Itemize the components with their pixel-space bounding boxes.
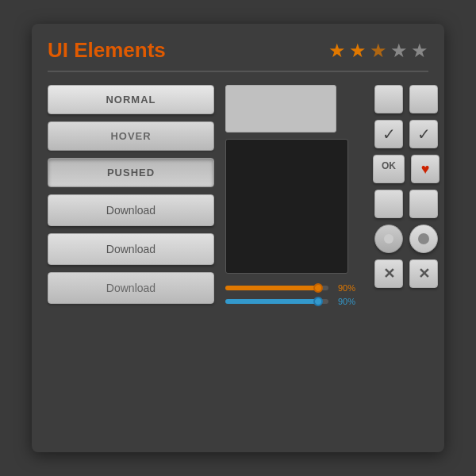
checkbox-checked-1[interactable]: ✓	[374, 120, 403, 148]
square-button-1[interactable]	[374, 190, 403, 218]
checkbox-empty-1[interactable]	[374, 85, 403, 113]
close-button-2[interactable]: ✕	[409, 259, 438, 288]
widget-row-2: ✓ ✓	[374, 120, 438, 148]
hover-button[interactable]: HOVER	[48, 121, 214, 151]
x-icon-2: ✕	[418, 265, 430, 282]
checkbox-empty-2[interactable]	[409, 85, 438, 113]
radio-button-1[interactable]	[374, 225, 403, 253]
normal-button[interactable]: NORMAL	[48, 85, 214, 114]
slider-thumb-orange[interactable]	[313, 283, 323, 293]
checkmark-icon-2: ✓	[417, 125, 431, 144]
header: UI Elements ★ ★ ★ ★ ★	[48, 38, 428, 63]
download-button-3[interactable]: Download	[48, 272, 214, 304]
main-panel: UI Elements ★ ★ ★ ★ ★ NORMAL HOVER PUSHE…	[32, 24, 444, 452]
image-placeholder-dark	[225, 139, 348, 274]
checkbox-checked-2[interactable]: ✓	[409, 120, 438, 148]
widget-column: ✓ ✓ OK ♥	[367, 85, 446, 288]
square-button-2[interactable]	[409, 190, 438, 218]
slider-orange[interactable]	[225, 286, 328, 290]
widget-row-1	[374, 85, 438, 113]
content-grid: NORMAL HOVER PUSHED Download Download Do…	[48, 85, 428, 306]
page-title: UI Elements	[48, 38, 166, 63]
image-placeholder-light	[225, 85, 336, 132]
heart-button[interactable]: ♥	[411, 155, 440, 183]
widget-row-6: ✕ ✕	[374, 259, 438, 288]
middle-column: 90% 90%	[225, 85, 355, 306]
close-button-1[interactable]: ✕	[374, 259, 403, 288]
radio-button-2[interactable]	[409, 225, 438, 253]
slider-thumb-blue[interactable]	[313, 297, 323, 306]
slider-row-blue: 90%	[225, 297, 355, 306]
checkmark-icon-1: ✓	[382, 125, 396, 144]
button-column: NORMAL HOVER PUSHED Download Download Do…	[48, 85, 214, 304]
widget-row-4	[374, 190, 438, 218]
star-5[interactable]: ★	[411, 40, 428, 62]
star-3[interactable]: ★	[370, 40, 387, 62]
slider-row-orange: 90%	[225, 283, 355, 293]
slider-section: 90% 90%	[225, 283, 355, 306]
header-divider	[48, 71, 428, 72]
star-2[interactable]: ★	[349, 40, 367, 62]
star-rating: ★ ★ ★ ★ ★	[328, 40, 428, 62]
ok-button[interactable]: OK	[373, 155, 405, 183]
widget-row-5	[374, 225, 438, 253]
slider-blue[interactable]	[225, 299, 328, 304]
slider-blue-value: 90%	[333, 297, 355, 306]
radio-inner-2	[418, 233, 429, 244]
widget-row-3: OK ♥	[373, 155, 440, 183]
pushed-button[interactable]: PUSHED	[48, 158, 214, 187]
x-icon-1: ✕	[383, 265, 395, 282]
star-1[interactable]: ★	[328, 40, 346, 62]
slider-orange-value: 90%	[333, 283, 355, 293]
radio-inner-1	[384, 234, 393, 244]
download-button-1[interactable]: Download	[48, 194, 214, 226]
download-button-2[interactable]: Download	[48, 233, 214, 265]
heart-icon: ♥	[421, 161, 430, 178]
star-4[interactable]: ★	[390, 40, 408, 62]
